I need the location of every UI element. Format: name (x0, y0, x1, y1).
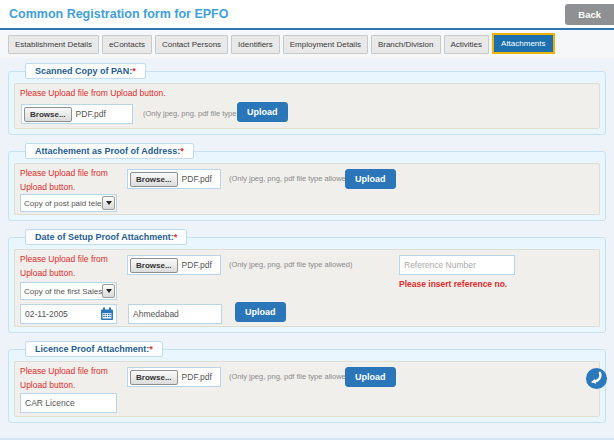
section-scanned-pan-legend: Scanned Copy of PAN:* (25, 63, 146, 79)
calendar-icon[interactable] (100, 307, 114, 321)
section-scanned-pan-body: Please Upload file from Upload button. B… (14, 83, 600, 129)
scroll-down-button[interactable] (585, 367, 608, 390)
tab-employment-details[interactable]: Employment Details (283, 35, 368, 54)
section-setup-date-proof-body: Please Upload file from Upload button. B… (14, 249, 600, 327)
setup-doc-type-value: Copy of the first Sales Inv (21, 287, 102, 296)
reference-number-input[interactable] (399, 255, 515, 275)
section-address-proof-body: Please Upload file from Upload button. B… (14, 163, 600, 215)
setup-place-input[interactable] (128, 304, 222, 324)
reference-error-text: Please insert reference no. (399, 278, 507, 292)
required-mark: * (149, 344, 153, 354)
back-button[interactable]: Back (565, 4, 614, 25)
scroll-down-icon (585, 378, 608, 393)
section-licence-proof-body: Please Upload file from Upload button. B… (14, 361, 600, 417)
licence-file-name: PDF.pdf (182, 372, 212, 382)
file-type-note: (Only jpeg, png, pdf file type allowed) (229, 174, 352, 183)
tab-attachments[interactable]: Attachments (492, 33, 554, 54)
address-file-input[interactable]: Browse... PDF.pdf (127, 169, 221, 189)
dropdown-arrow-icon[interactable] (102, 284, 115, 298)
dropdown-arrow-icon[interactable] (102, 196, 115, 210)
section-scanned-pan: Scanned Copy of PAN:* Please Upload file… (8, 71, 606, 135)
attachments-panel: Scanned Copy of PAN:* Please Upload file… (0, 58, 614, 440)
page-title: Common Registration form for EPFO (9, 7, 228, 21)
setup-file-name: PDF.pdf (182, 260, 212, 270)
pan-file-name: PDF.pdf (76, 109, 106, 119)
licence-upload-button[interactable]: Upload (345, 367, 396, 387)
tab-bar: Establishment Details eContacts Contact … (0, 28, 614, 58)
setup-date-field[interactable] (20, 304, 117, 324)
pan-upload-button[interactable]: Upload (237, 102, 288, 122)
licence-name-input[interactable] (20, 393, 117, 413)
address-file-name: PDF.pdf (182, 174, 212, 184)
licence-file-input[interactable]: Browse... PDF.pdf (127, 367, 221, 387)
legend-text: Licence Proof Attachment: (35, 344, 149, 354)
file-type-note: (Only jpeg, png, pdf file type allowed) (229, 260, 352, 269)
upload-instruction-text: Please Upload file from Upload button. (20, 365, 132, 392)
legend-text: Date of Setup Proof Attachment: (35, 232, 174, 242)
required-mark: * (180, 146, 184, 156)
section-setup-date-proof: Date of Setup Proof Attachment:* Please … (8, 237, 606, 333)
address-browse-button[interactable]: Browse... (130, 172, 178, 187)
tab-contact-persons[interactable]: Contact Persons (155, 35, 228, 54)
tab-establishment-details[interactable]: Establishment Details (8, 35, 99, 54)
upload-instruction-text: Please Upload file from Upload button. (20, 167, 132, 194)
setup-browse-button[interactable]: Browse... (130, 258, 178, 273)
section-licence-proof-legend: Licence Proof Attachment:* (25, 341, 163, 357)
upload-instruction-text: Please Upload file from Upload button. (20, 87, 166, 101)
pan-browse-button[interactable]: Browse... (24, 107, 72, 122)
address-doc-type-value: Copy of post paid telephi (21, 199, 102, 208)
page-header: Common Registration form for EPFO Back (0, 0, 614, 28)
section-licence-proof: Licence Proof Attachment:* Please Upload… (8, 349, 606, 423)
tab-activities[interactable]: Activities (444, 35, 490, 54)
section-address-proof-legend: Attachement as Proof of Address:* (25, 143, 194, 159)
setup-upload-button[interactable]: Upload (235, 302, 286, 322)
section-address-proof: Attachement as Proof of Address:* Please… (8, 151, 606, 221)
required-mark: * (132, 66, 136, 76)
tab-econtacts[interactable]: eContacts (102, 35, 152, 54)
legend-text: Attachement as Proof of Address: (35, 146, 180, 156)
licence-browse-button[interactable]: Browse... (130, 370, 178, 385)
setup-doc-type-select[interactable]: Copy of the first Sales Inv (20, 282, 117, 300)
setup-date-input[interactable] (21, 309, 89, 319)
file-type-note: (Only jpeg, png, pdf file type allowed) (229, 372, 352, 381)
legend-text: Scanned Copy of PAN: (35, 66, 132, 76)
address-doc-type-select[interactable]: Copy of post paid telephi (20, 194, 117, 212)
setup-file-input[interactable]: Browse... PDF.pdf (127, 255, 221, 275)
pan-file-input[interactable]: Browse... PDF.pdf (21, 104, 133, 124)
address-upload-button[interactable]: Upload (345, 169, 396, 189)
tab-branch-division[interactable]: Branch/Division (371, 35, 441, 54)
section-setup-date-proof-legend: Date of Setup Proof Attachment:* (25, 229, 187, 245)
upload-instruction-text: Please Upload file from Upload button. (20, 253, 132, 280)
required-mark: * (174, 232, 178, 242)
tab-identifiers[interactable]: Identifiers (231, 35, 280, 54)
